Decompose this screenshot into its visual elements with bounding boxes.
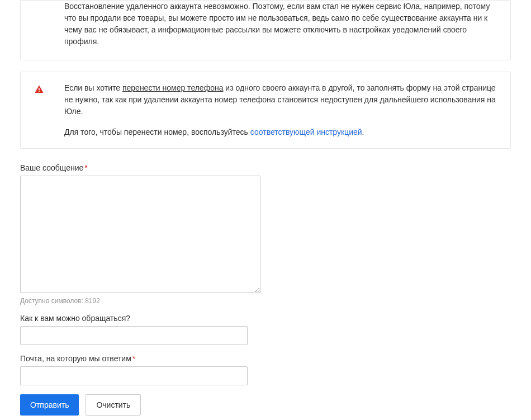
email-label: Почта, на которую мы ответим* (20, 354, 511, 363)
name-group: Как к вам можно обращаться? (20, 314, 511, 345)
required-mark: * (84, 163, 87, 172)
warning-p1-before: Если вы хотите (64, 83, 122, 92)
info-text: Восстановление удаленного аккаунта невоз… (64, 1, 498, 48)
submit-button[interactable]: Отправить (20, 394, 79, 416)
svg-rect-0 (39, 88, 40, 91)
info-box: Восстановление удаленного аккаунта невоз… (20, 0, 511, 60)
message-group: Ваше сообщение* Доступно символов: 8192 (20, 163, 511, 305)
name-label: Как к вам можно обращаться? (20, 314, 511, 323)
email-group: Почта, на которую мы ответим* (20, 354, 511, 385)
email-label-text: Почта, на которую мы ответим (20, 354, 131, 363)
email-input[interactable] (20, 366, 248, 385)
name-input[interactable] (20, 326, 248, 345)
warning-icon (34, 84, 44, 95)
message-label: Ваше сообщение* (20, 163, 511, 172)
warning-p1-underline: перенести номер телефона (122, 83, 224, 92)
required-mark: * (132, 354, 135, 363)
warning-paragraph-2: Для того, чтобы перенести номер, восполь… (64, 126, 498, 138)
warning-box: Если вы хотите перенести номер телефона … (20, 72, 511, 149)
warning-p2-after: . (362, 128, 364, 136)
instruction-link[interactable]: соответствующей инструкцией (250, 128, 362, 136)
svg-rect-1 (39, 91, 40, 92)
message-textarea[interactable] (20, 176, 260, 293)
message-label-text: Ваше сообщение (20, 163, 83, 172)
button-row: Отправить Очистить (20, 394, 511, 416)
clear-button[interactable]: Очистить (86, 394, 141, 416)
warning-paragraph-1: Если вы хотите перенести номер телефона … (64, 82, 498, 117)
name-label-text: Как к вам можно обращаться? (20, 314, 130, 323)
char-counter: Доступно символов: 8192 (20, 297, 511, 305)
warning-p2-before: Для того, чтобы перенести номер, восполь… (64, 128, 250, 136)
